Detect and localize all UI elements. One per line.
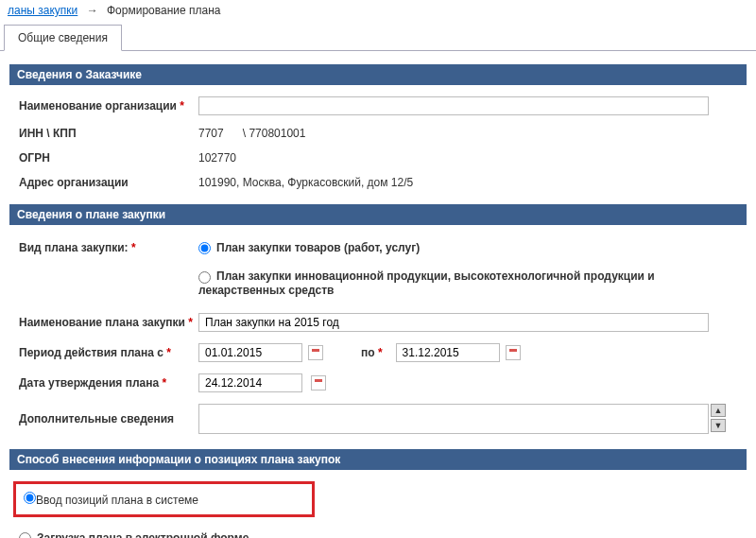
tab-general[interactable]: Общие сведения (4, 25, 122, 51)
org-name-label: Наименование организации * (19, 99, 198, 113)
section-plan-body: Вид плана закупки: * План закупки товаро… (9, 225, 747, 449)
ogrn-label: ОГРН (19, 151, 198, 165)
period-to-input[interactable] (396, 343, 500, 362)
approve-date-label: Дата утверждения плана * (19, 376, 198, 390)
scroll-down-icon[interactable]: ▼ (711, 419, 726, 432)
calendar-icon[interactable] (308, 345, 323, 360)
section-customer-body: Наименование организации * ИНН \ КПП 770… (9, 85, 747, 204)
entry-radio-system[interactable]: Ввод позиций плана в системе (24, 494, 198, 507)
inn-value: 7707 (198, 127, 224, 140)
ogrn-value: 102770 (198, 151, 737, 165)
breadcrumb-current: Формирование плана (107, 4, 221, 17)
scroll-up-icon[interactable]: ▲ (711, 404, 726, 417)
extra-info-textarea[interactable] (198, 404, 709, 434)
period-from-label: Период действия плана с * (19, 346, 198, 359)
breadcrumb: ланы закупки → Формирование плана (0, 0, 756, 22)
section-customer-header: Сведения о Заказчике (9, 64, 747, 85)
content: Сведения о Заказчике Наименование органи… (0, 51, 756, 538)
inn-kpp-label: ИНН \ КПП (19, 127, 198, 140)
highlight-box: Ввод позиций плана в системе (13, 481, 315, 517)
breadcrumb-link[interactable]: ланы закупки (8, 4, 77, 17)
plan-name-input[interactable] (198, 313, 709, 332)
section-entry-header: Способ внесения информации о позициях пл… (9, 449, 747, 470)
section-plan-header: Сведения о плане закупки (9, 204, 747, 225)
period-to-label: по * (361, 346, 383, 359)
entry-radio-upload[interactable]: Загрузка плана в электронной форме (19, 531, 249, 538)
plan-type-label: Вид плана закупки: * (19, 241, 198, 254)
breadcrumb-arrow-icon: → (87, 4, 98, 17)
calendar-icon[interactable] (506, 345, 521, 360)
plan-type-radio-innov[interactable]: План закупки инновационной продукции, вы… (198, 269, 655, 296)
calendar-icon[interactable] (311, 375, 326, 390)
plan-type-radio-goods[interactable]: План закупки товаров (работ, услуг) (198, 241, 420, 254)
org-name-input[interactable] (198, 96, 709, 115)
kpp-value: \ 770801001 (243, 127, 306, 140)
extra-label: Дополнительные сведения (19, 412, 198, 425)
plan-name-label: Наименование плана закупки * (19, 316, 198, 329)
address-label: Адрес организации (19, 176, 198, 189)
approve-date-input[interactable] (198, 373, 302, 392)
address-value: 101990, Москва, Фуркасовский, дом 12/5 (198, 176, 737, 189)
section-entry-body: Ввод позиций плана в системе Загрузка пл… (9, 470, 747, 538)
period-from-input[interactable] (198, 343, 302, 362)
tabs: Общие сведения (0, 24, 756, 51)
